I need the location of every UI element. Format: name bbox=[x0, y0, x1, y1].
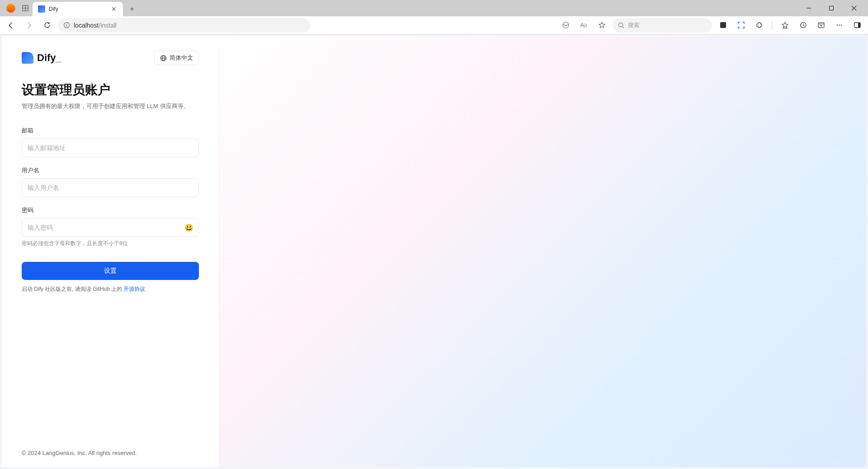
more-icon[interactable] bbox=[832, 18, 846, 33]
back-button[interactable] bbox=[4, 18, 18, 33]
window-maximize-button[interactable] bbox=[821, 2, 842, 14]
password-label: 密码 bbox=[22, 206, 199, 214]
page-inner: Dify_ 简体中文 设置管理员账户 管理员拥有的最大权限，可用于创建应用和管理… bbox=[2, 36, 866, 467]
site-info-icon[interactable] bbox=[63, 22, 70, 28]
submit-button[interactable]: 设置 bbox=[22, 262, 199, 280]
logo-mark-icon bbox=[22, 52, 33, 64]
license-link[interactable]: 开源协议 bbox=[123, 286, 145, 292]
svg-rect-13 bbox=[720, 22, 726, 28]
browser-search-placeholder: 搜索 bbox=[628, 21, 640, 29]
tab-favicon bbox=[38, 5, 45, 13]
app-icon[interactable] bbox=[716, 18, 730, 33]
agreement-text: 启动 Dify 社区版之前, 请阅读 GitHub 上的 开源协议 bbox=[22, 285, 199, 293]
username-input[interactable] bbox=[22, 178, 199, 197]
read-aloud-icon[interactable]: A)) bbox=[576, 18, 591, 33]
edge-icon[interactable] bbox=[558, 18, 573, 33]
globe-icon bbox=[160, 55, 167, 62]
footer-copyright: © 2024 LangGenius, Inc. All rights reser… bbox=[22, 450, 199, 456]
toolbar-separator bbox=[772, 21, 772, 30]
svg-point-21 bbox=[839, 24, 840, 26]
url-input[interactable]: localhost/install bbox=[58, 18, 310, 33]
extensions-icon[interactable] bbox=[752, 18, 766, 33]
password-visibility-icon[interactable]: 😃 bbox=[184, 223, 193, 232]
forward-button[interactable] bbox=[22, 18, 36, 33]
collections-icon[interactable] bbox=[814, 18, 828, 33]
svg-rect-24 bbox=[858, 23, 860, 28]
setup-form: 设置管理员账户 管理员拥有的最大权限，可用于创建应用和管理 LLM 供应商等。 … bbox=[22, 81, 199, 293]
background-gradient bbox=[219, 36, 866, 467]
browser-search-input[interactable]: 搜索 bbox=[613, 18, 712, 33]
tab-active[interactable]: Dify ✕ bbox=[33, 2, 123, 16]
page-title: 设置管理员账户 bbox=[22, 81, 199, 99]
email-label: 邮箱 bbox=[22, 127, 199, 135]
logo: Dify_ bbox=[22, 52, 61, 64]
new-tab-button[interactable]: + bbox=[126, 3, 138, 15]
history-icon[interactable] bbox=[796, 18, 810, 33]
refresh-button[interactable] bbox=[40, 18, 54, 33]
svg-point-11 bbox=[619, 23, 623, 27]
tab-title: Dify bbox=[49, 6, 107, 12]
favorite-icon[interactable] bbox=[594, 18, 609, 33]
username-label: 用户名 bbox=[22, 166, 199, 175]
email-input[interactable] bbox=[22, 138, 199, 157]
page-subtitle: 管理员拥有的最大权限，可用于创建应用和管理 LLM 供应商等。 bbox=[22, 102, 199, 110]
window-close-button[interactable] bbox=[844, 2, 864, 14]
browser-chrome: Dify ✕ + bbox=[0, 0, 868, 34]
logo-text: Dify_ bbox=[37, 52, 61, 64]
svg-point-20 bbox=[836, 24, 838, 26]
workspaces-icon[interactable] bbox=[21, 4, 30, 13]
url-text: localhost/install bbox=[74, 22, 117, 29]
sidebar-toggle-icon[interactable] bbox=[850, 18, 864, 33]
svg-rect-4 bbox=[830, 6, 834, 10]
tab-strip: Dify ✕ + bbox=[0, 0, 868, 16]
screenshot-icon[interactable] bbox=[734, 18, 748, 33]
language-selector[interactable]: 简体中文 bbox=[154, 51, 199, 65]
address-bar: localhost/install A)) 搜索 bbox=[0, 16, 868, 34]
profile-avatar[interactable] bbox=[6, 4, 15, 13]
tab-close-icon[interactable]: ✕ bbox=[110, 5, 118, 13]
page-viewport: Dify_ 简体中文 设置管理员账户 管理员拥有的最大权限，可用于创建应用和管理… bbox=[0, 34, 868, 469]
favorites-bar-icon[interactable] bbox=[778, 18, 792, 33]
window-minimize-button[interactable] bbox=[798, 2, 819, 14]
svg-point-22 bbox=[840, 24, 842, 26]
password-input[interactable] bbox=[22, 218, 199, 237]
setup-panel: Dify_ 简体中文 设置管理员账户 管理员拥有的最大权限，可用于创建应用和管理… bbox=[2, 36, 219, 467]
svg-line-12 bbox=[623, 26, 624, 28]
language-label: 简体中文 bbox=[170, 54, 193, 62]
password-hint: 密码必须包含字母和数字，且长度不小于8位 bbox=[22, 240, 199, 247]
